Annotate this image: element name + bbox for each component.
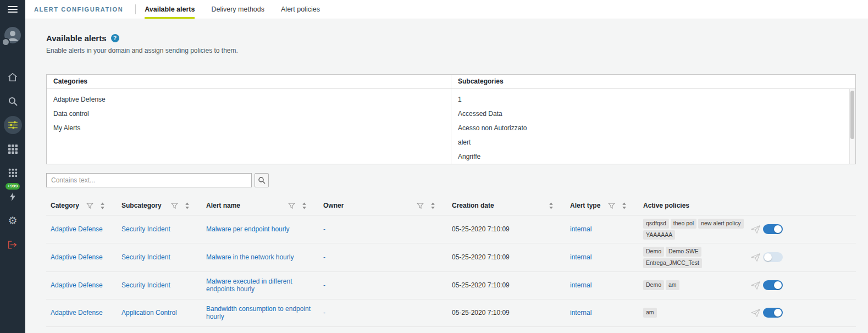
column-header-alert-type[interactable]: Alert type: [566, 202, 639, 209]
alert-type-cell[interactable]: internal: [566, 249, 639, 265]
sort-icon[interactable]: [185, 202, 190, 209]
category-cell[interactable]: Adaptive Defense: [46, 249, 117, 265]
section-title: ALERT CONFIGURATION: [25, 0, 126, 19]
table-row: Adaptive DefenseSecurity IncidentMalware…: [46, 243, 856, 271]
column-header-icons: [86, 202, 105, 209]
subcategory-option[interactable]: alert: [451, 135, 855, 149]
hamburger-icon: [8, 6, 18, 13]
search-input[interactable]: [46, 173, 252, 187]
send-test-alert-icon[interactable]: [748, 253, 763, 262]
policy-tag: Entrega_JMCC_Test: [643, 258, 702, 268]
alert-enabled-toggle[interactable]: [763, 224, 783, 234]
subcategory-cell[interactable]: Security Incident: [117, 221, 202, 237]
subcategories-scrollbar[interactable]: [849, 89, 855, 164]
search-icon[interactable]: [0, 97, 25, 106]
filter-icon[interactable]: [608, 203, 615, 209]
subcategory-cell[interactable]: Security Incident: [117, 249, 202, 265]
active-policies-cell: am: [639, 304, 748, 321]
menu-icon[interactable]: [0, 0, 25, 19]
apps-grid-icon[interactable]: [0, 145, 25, 154]
alert-name-link[interactable]: Malware per endpoint hourly: [202, 221, 319, 237]
gear-icon[interactable]: ⚙: [0, 215, 25, 226]
column-header-category[interactable]: Category: [46, 202, 117, 209]
sidebar-item-alert-configuration[interactable]: [0, 116, 25, 134]
page-subtitle: Enable alerts in your domain and assign …: [46, 47, 856, 54]
sort-icon[interactable]: [430, 202, 435, 209]
lightning-icon[interactable]: [0, 192, 25, 201]
column-header-alert-name[interactable]: Alert name: [202, 202, 319, 209]
column-header-subcategory[interactable]: Subcategory: [117, 202, 202, 209]
subcategory-option[interactable]: Angriffe: [451, 149, 855, 164]
policy-tag: am: [643, 308, 657, 318]
send-test-alert-icon[interactable]: [748, 281, 763, 290]
subcategory-cell[interactable]: Application Control: [117, 304, 202, 321]
alert-name-link[interactable]: Malware executed in different endpoints …: [202, 273, 319, 297]
sliders-icon: [8, 121, 18, 129]
category-cell[interactable]: Adaptive Defense: [46, 304, 117, 321]
user-avatar-icon: [4, 26, 21, 44]
owner-cell: -: [319, 221, 447, 237]
content-area: Available alerts ? Enable alerts in your…: [25, 19, 868, 333]
subcategories-list: 1Accessed DataAcesso non Autorizzatoaler…: [451, 92, 855, 164]
category-option[interactable]: My Alerts: [47, 121, 451, 135]
tab-bar: Available alertsDelivery methodsAlert po…: [145, 0, 320, 19]
column-header-icons: [608, 202, 627, 209]
filter-icon[interactable]: [417, 203, 424, 209]
alert-enabled-toggle[interactable]: [763, 280, 783, 290]
avatar[interactable]: [0, 26, 25, 44]
sort-icon[interactable]: [100, 202, 105, 209]
alert-type-cell[interactable]: internal: [566, 277, 639, 293]
top-bar: ALERT CONFIGURATION Available alertsDeli…: [25, 0, 868, 19]
filter-icon[interactable]: [86, 203, 93, 209]
alert-name-link[interactable]: Bandwidth consumption to endpoint hourly: [202, 301, 319, 325]
category-cell[interactable]: Adaptive Defense: [46, 221, 117, 237]
category-option[interactable]: Adaptive Defense: [47, 92, 451, 107]
column-header-icons: [417, 202, 435, 209]
toggle-knob: [774, 225, 782, 233]
search-button[interactable]: [255, 173, 269, 187]
subcategory-cell[interactable]: Security Incident: [117, 277, 202, 293]
category-cell[interactable]: Adaptive Defense: [46, 277, 117, 293]
categories-list: Adaptive DefenseData controlMy Alerts: [47, 92, 451, 135]
categories-panel-title: Categories: [47, 75, 451, 89]
column-header-active-policies[interactable]: Active policies: [639, 202, 748, 209]
alert-type-cell[interactable]: internal: [566, 304, 639, 321]
modules-grid-icon[interactable]: [0, 168, 25, 177]
tab-delivery-methods[interactable]: Delivery methods: [211, 0, 264, 19]
alert-type-cell[interactable]: internal: [566, 221, 639, 237]
column-label: Alert type: [570, 202, 600, 209]
scrollbar-thumb[interactable]: [850, 91, 854, 139]
category-option[interactable]: Data control: [47, 107, 451, 121]
subcategory-option[interactable]: 1: [451, 92, 855, 107]
subcategory-option[interactable]: Accessed Data: [451, 107, 855, 121]
column-header-owner[interactable]: Owner: [319, 202, 447, 209]
toggle-cell: [763, 280, 794, 290]
filter-icon[interactable]: [171, 203, 178, 209]
sort-icon[interactable]: [622, 202, 627, 209]
help-icon[interactable]: ?: [111, 34, 119, 42]
policy-tag: am: [666, 280, 679, 290]
policy-tag: new alert policy: [698, 219, 743, 229]
column-header-creation-date[interactable]: Creation date: [447, 202, 566, 209]
toggle-cell: [763, 252, 794, 262]
sort-icon[interactable]: [302, 202, 307, 209]
toggle-cell: [763, 224, 794, 234]
notifications-count-badge[interactable]: +999: [0, 183, 25, 190]
avatar-status-badge-icon: [2, 38, 10, 46]
alert-name-link[interactable]: Malware in the network hourly: [202, 249, 319, 265]
owner-cell: -: [319, 304, 447, 321]
logout-icon[interactable]: [0, 241, 25, 249]
tab-alert-policies[interactable]: Alert policies: [281, 0, 320, 19]
send-test-alert-icon[interactable]: [748, 309, 763, 317]
subcategory-option[interactable]: Acesso non Autorizzato: [451, 121, 855, 135]
main-area: ALERT CONFIGURATION Available alertsDeli…: [25, 0, 868, 333]
divider: [135, 4, 136, 14]
home-icon[interactable]: [0, 73, 25, 82]
filter-icon[interactable]: [288, 203, 295, 209]
send-test-alert-icon[interactable]: [748, 225, 763, 234]
alert-enabled-toggle[interactable]: [763, 252, 783, 262]
alert-enabled-toggle[interactable]: [763, 308, 783, 318]
tab-available-alerts[interactable]: Available alerts: [145, 0, 195, 19]
sort-icon[interactable]: [549, 202, 554, 209]
table-row: Adaptive DefenseSecurity IncidentMalware…: [46, 215, 856, 243]
